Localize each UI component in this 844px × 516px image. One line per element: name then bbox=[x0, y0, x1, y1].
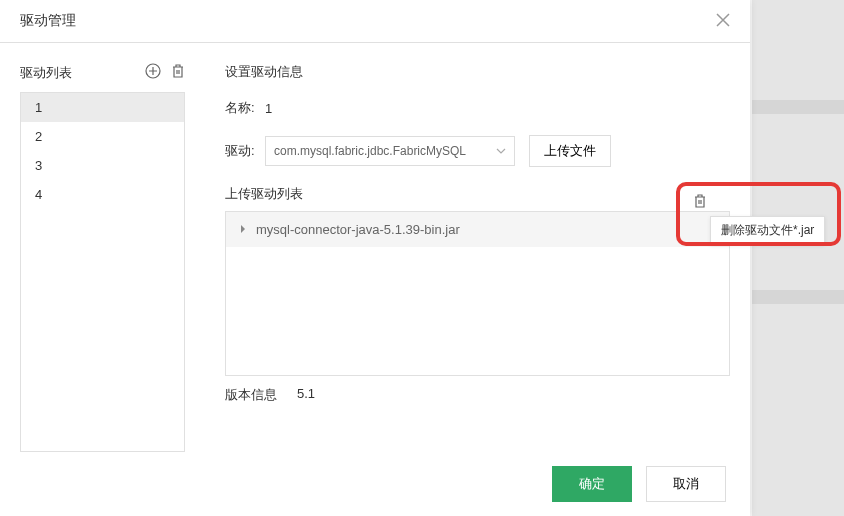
upload-file-button[interactable]: 上传文件 bbox=[529, 135, 611, 167]
version-row: 版本信息 5.1 bbox=[225, 386, 730, 404]
drive-item-3[interactable]: 3 bbox=[21, 151, 184, 180]
list-icons bbox=[145, 63, 185, 82]
close-icon[interactable] bbox=[716, 12, 730, 30]
caret-right-icon bbox=[240, 222, 246, 237]
trash-icon[interactable] bbox=[171, 63, 185, 82]
cancel-button[interactable]: 取消 bbox=[646, 466, 726, 502]
dialog-footer: 确定 取消 bbox=[552, 466, 726, 502]
drive-list-title: 驱动列表 bbox=[20, 64, 72, 82]
dialog-title: 驱动管理 bbox=[20, 12, 76, 30]
delete-tooltip: 删除驱动文件*.jar bbox=[710, 216, 825, 245]
dialog-header: 驱动管理 bbox=[0, 0, 750, 43]
drive-item-1[interactable]: 1 bbox=[21, 93, 184, 122]
name-value: 1 bbox=[265, 101, 272, 116]
settings-title: 设置驱动信息 bbox=[225, 63, 730, 81]
bg-separator bbox=[752, 290, 844, 304]
name-label: 名称: bbox=[225, 99, 265, 117]
upload-list-header: 上传驱动列表 bbox=[225, 185, 730, 203]
driver-select-value: com.mysql.fabric.jdbc.FabricMySQL bbox=[274, 144, 466, 158]
driver-row: 驱动: com.mysql.fabric.jdbc.FabricMySQL 上传… bbox=[225, 135, 730, 167]
drive-item-4[interactable]: 4 bbox=[21, 180, 184, 209]
driver-label: 驱动: bbox=[225, 142, 265, 160]
left-panel: 驱动列表 1 2 3 4 bbox=[20, 63, 185, 443]
version-value: 5.1 bbox=[297, 386, 315, 404]
driver-select[interactable]: com.mysql.fabric.jdbc.FabricMySQL bbox=[265, 136, 515, 166]
right-panel: 设置驱动信息 名称: 1 驱动: com.mysql.fabric.jdbc.F… bbox=[225, 63, 730, 443]
bg-separator bbox=[752, 100, 844, 114]
name-row: 名称: 1 bbox=[225, 99, 730, 117]
upload-file-list: mysql-connector-java-5.1.39-bin.jar bbox=[225, 211, 730, 376]
confirm-button[interactable]: 确定 bbox=[552, 466, 632, 502]
chevron-down-icon bbox=[496, 148, 506, 154]
drive-item-2[interactable]: 2 bbox=[21, 122, 184, 151]
drive-list-header: 驱动列表 bbox=[20, 63, 185, 82]
delete-file-trash-icon[interactable] bbox=[693, 193, 707, 212]
drive-list: 1 2 3 4 bbox=[20, 92, 185, 452]
dialog-body: 驱动列表 1 2 3 4 设置驱动信息 名称: bbox=[0, 43, 750, 463]
upload-list-title: 上传驱动列表 bbox=[225, 185, 303, 203]
version-label: 版本信息 bbox=[225, 386, 277, 404]
file-name: mysql-connector-java-5.1.39-bin.jar bbox=[256, 222, 460, 237]
background-panel bbox=[752, 0, 844, 516]
add-icon[interactable] bbox=[145, 63, 161, 82]
driver-management-dialog: 驱动管理 驱动列表 1 2 3 4 bbox=[0, 0, 750, 516]
file-row[interactable]: mysql-connector-java-5.1.39-bin.jar bbox=[226, 212, 729, 247]
